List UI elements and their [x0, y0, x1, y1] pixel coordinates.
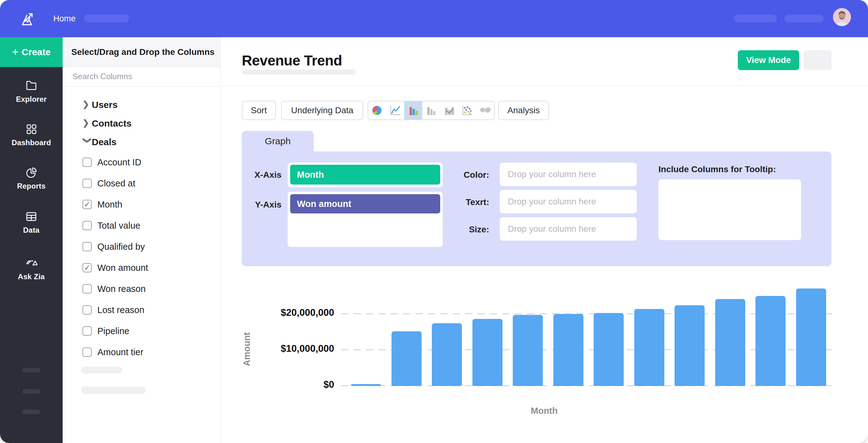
sidebar-item-dashboard[interactable]: Dashboard [0, 122, 63, 152]
column-field[interactable]: Closed at [63, 173, 220, 194]
folder-icon [25, 79, 38, 92]
create-button[interactable]: + Create [0, 37, 63, 67]
user-avatar[interactable] [833, 8, 851, 26]
nav-home[interactable]: Home [53, 0, 75, 37]
checkbox-icon[interactable] [83, 179, 92, 188]
tree-group[interactable]: ❯ Users [63, 95, 220, 114]
topbar-skeleton-pill [84, 14, 129, 22]
app-logo-icon[interactable] [19, 10, 37, 28]
sidebar-item-explorer[interactable]: Explorer [0, 79, 63, 109]
chart-type-scatter[interactable] [458, 101, 476, 119]
bar-month-12[interactable] [796, 289, 826, 386]
plus-icon: + [12, 48, 19, 57]
bar-month-5[interactable] [513, 315, 543, 386]
page-title: Revenue Trend [242, 52, 342, 69]
columns-tree: ❯ Users ❯ Contacts ❯ Deals [63, 95, 220, 151]
sidebar-item-data[interactable]: Data [0, 210, 63, 240]
app-window: Home + Create Explorer Dashboard [0, 0, 868, 443]
color-label: Color: [437, 170, 489, 180]
bar-month-11[interactable] [755, 296, 785, 386]
column-field-label: Pipeline [97, 326, 129, 336]
tooltip-columns-dropzone[interactable] [658, 179, 801, 240]
header-placeholder-button[interactable] [804, 50, 831, 70]
sidebar-skeleton-pill [22, 368, 40, 373]
bar-month-9[interactable] [675, 305, 705, 386]
bar-month-7[interactable] [594, 313, 624, 386]
sidebar-item-label: Explorer [16, 95, 47, 104]
checkbox-icon[interactable] [83, 348, 92, 357]
underlying-data-button[interactable]: Underlying Data [281, 101, 363, 120]
column-field[interactable]: Amount tier [63, 342, 220, 363]
column-field[interactable]: Won amount [63, 257, 220, 278]
checkbox-icon[interactable] [83, 221, 92, 230]
bar-month-4[interactable] [472, 319, 502, 386]
chart-type-map[interactable] [476, 101, 494, 119]
sort-button[interactable]: Sort [242, 101, 276, 120]
bar-month-1[interactable] [351, 384, 381, 386]
create-button-label: Create [22, 47, 51, 57]
title-skeleton-pill [242, 69, 356, 75]
checkbox-icon[interactable] [83, 305, 92, 315]
y-axis-dropwell[interactable]: Won amount [288, 192, 443, 247]
column-field-label: Amount tier [97, 347, 143, 357]
chart-type-line[interactable] [386, 101, 404, 119]
sidebar-item-label: Reports [17, 182, 45, 190]
chart-type-bar[interactable] [404, 101, 422, 119]
zia-icon [25, 257, 38, 270]
column-field[interactable]: Total value [63, 215, 220, 236]
checkbox-icon[interactable] [83, 242, 92, 251]
column-field[interactable]: Pipeline [63, 321, 220, 342]
y-axis-chip[interactable]: Won amount [290, 194, 440, 213]
sidebar-item-ask-zia[interactable]: Ask Zia [0, 257, 63, 286]
bar-month-3[interactable] [432, 323, 462, 386]
checkbox-icon[interactable] [83, 284, 92, 293]
checkbox-icon[interactable] [83, 326, 92, 336]
columns-field-list: Account ID Closed at Month Total value Q… [63, 152, 220, 363]
view-mode-button[interactable]: View Mode [738, 50, 799, 70]
sidebar-item-reports[interactable]: Reports [0, 166, 63, 196]
color-dropzone[interactable]: Drop your column here [500, 163, 637, 186]
bar-month-6[interactable] [553, 314, 583, 386]
y-tick-label: $10,000,000 [251, 343, 334, 354]
checkbox-icon[interactable] [83, 200, 92, 209]
column-field-label: Total value [97, 220, 141, 231]
pie-report-icon [25, 166, 38, 179]
tree-group[interactable]: ❯ Contacts [63, 114, 220, 133]
search-columns-input[interactable] [72, 67, 210, 86]
column-field[interactable]: Won reason [63, 278, 220, 299]
search-row [63, 67, 220, 87]
table-icon [25, 210, 38, 223]
column-field[interactable]: Qualified by [63, 236, 220, 257]
bar-month-8[interactable] [634, 309, 664, 386]
bar-month-10[interactable] [715, 299, 745, 386]
tooltip-columns-label: Include Columns for Tooltip: [658, 165, 844, 174]
column-field[interactable]: Lost reason [63, 299, 220, 321]
column-field-label: Closed at [97, 178, 135, 188]
bar-month-2[interactable] [392, 331, 422, 386]
tree-group[interactable]: ❯ Deals [63, 133, 220, 151]
chart-type-column[interactable] [422, 101, 440, 119]
tab-graph[interactable]: Graph [242, 131, 314, 151]
map-chart-icon [478, 105, 492, 116]
chart-type-pie[interactable] [368, 101, 386, 119]
y-tick-label: $0 [251, 379, 334, 390]
analysis-button[interactable]: Analysis [498, 101, 549, 120]
column-field[interactable]: Account ID [63, 152, 220, 173]
column-field[interactable]: Month [63, 194, 220, 215]
chevron-icon: ❯ [83, 118, 92, 128]
checkbox-icon[interactable] [83, 157, 92, 167]
chevron-icon: ❯ [83, 99, 92, 109]
text-dropzone[interactable]: Drop your column here [500, 190, 637, 213]
sidebar-item-label: Ask Zia [18, 272, 45, 281]
size-label: Size: [437, 225, 489, 235]
x-axis-chip[interactable]: Month [290, 165, 440, 185]
x-axis-dropwell[interactable]: Month [288, 163, 443, 187]
topbar-skeleton-pill [784, 14, 824, 22]
checkbox-icon[interactable] [83, 263, 92, 272]
combo-chart-icon [443, 105, 456, 116]
sidebar-item-label: Dashboard [11, 138, 51, 147]
size-dropzone[interactable]: Drop your column here [500, 217, 637, 241]
tree-group-label: Deals [92, 137, 117, 147]
chart-type-combo[interactable] [440, 101, 458, 119]
sidebar-skeleton-pill [22, 389, 40, 394]
